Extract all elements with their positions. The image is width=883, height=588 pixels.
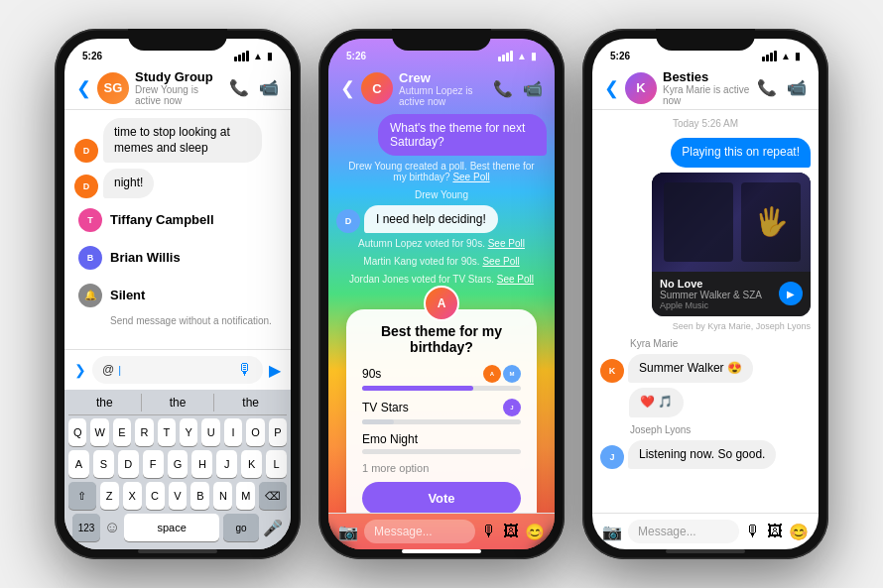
mic-icon-1[interactable]: 🎙	[237, 361, 253, 379]
today-label: Today 5:26 AM	[600, 118, 811, 129]
header-subtitle-3: Kyra Marie is active now	[663, 84, 751, 106]
suggestion-2[interactable]: the	[142, 394, 215, 412]
music-card[interactable]: 🖐 No Love Summer Walker & SZA Apple Musi…	[652, 173, 811, 316]
key-p[interactable]: P	[269, 418, 287, 446]
key-k[interactable]: K	[241, 450, 262, 478]
message-input-3[interactable]: Message...	[628, 520, 739, 543]
besties-msg-kyra-2: ❤️ 🎵	[629, 388, 811, 417]
bar3-2	[766, 55, 769, 61]
back-button-3[interactable]: ❮	[604, 77, 619, 99]
key-f[interactable]: F	[143, 450, 164, 478]
message-input-2[interactable]: Message...	[364, 520, 475, 543]
image-icon-3[interactable]: 🖼	[767, 523, 783, 540]
music-info-bar: No Love Summer Walker & SZA Apple Music …	[652, 272, 811, 316]
poll-option-tvstars-label: TV Stars	[362, 401, 409, 414]
video-call-icon-2[interactable]: 📹	[523, 79, 543, 98]
sticker-icon-2[interactable]: 😊	[525, 523, 545, 541]
bubble-kyra-2: ❤️ 🎵	[629, 388, 684, 417]
crew-messages: What's the theme for next Saturday? Drew…	[328, 110, 555, 513]
message-input-1[interactable]: @ | 🎙	[92, 356, 263, 384]
key-o[interactable]: O	[246, 418, 264, 446]
key-u[interactable]: U	[201, 418, 219, 446]
key-123[interactable]: 123	[72, 514, 100, 541]
phone-crew: 5:26 ▲ ▮ ❮ C	[318, 29, 565, 559]
expand-icon-1[interactable]: ❯	[74, 362, 86, 378]
status-time-3: 5:26	[610, 51, 630, 61]
besties-msg-joseph: J Listening now. So good.	[600, 440, 811, 470]
see-poll-link-4[interactable]: See Poll	[497, 274, 534, 285]
avatar-joseph: J	[600, 445, 624, 469]
key-x[interactable]: X	[123, 482, 142, 510]
key-go[interactable]: go	[223, 514, 259, 541]
emoji-icon-1[interactable]: ☺	[104, 519, 120, 536]
key-v[interactable]: V	[169, 482, 188, 510]
key-e[interactable]: E	[113, 418, 131, 446]
key-g[interactable]: G	[168, 450, 189, 478]
key-b[interactable]: B	[190, 482, 209, 510]
key-l[interactable]: L	[266, 450, 287, 478]
see-poll-link-1[interactable]: See Poll	[452, 172, 489, 182]
suggestion-3[interactable]: the	[214, 394, 287, 412]
header-icons-2: 📞 📹	[493, 79, 543, 98]
key-s[interactable]: S	[93, 450, 114, 478]
name-brian: Brian Willis	[110, 250, 181, 265]
mic-icon-2[interactable]: 🎙	[481, 523, 497, 540]
back-button-1[interactable]: ❮	[76, 77, 91, 99]
vote-button[interactable]: Vote	[362, 482, 521, 513]
key-i[interactable]: I	[224, 418, 242, 446]
key-z[interactable]: Z	[100, 482, 119, 510]
poll-wrapper: A Best theme for my birthday? 90s A M	[336, 303, 547, 513]
key-space[interactable]: space	[124, 514, 219, 541]
crew-msg-drew: D I need help deciding!	[336, 205, 547, 233]
key-h[interactable]: H	[191, 450, 212, 478]
key-shift[interactable]: ⇧	[68, 482, 96, 510]
music-image: 🖐	[652, 173, 811, 272]
avatar-silent: 🔔	[78, 284, 102, 307]
bar3-1	[762, 57, 765, 61]
camera-icon-3[interactable]: 📷	[602, 523, 622, 541]
key-a[interactable]: A	[68, 450, 89, 478]
group-avatar-2: C	[361, 72, 393, 104]
status-time-1: 5:26	[82, 51, 102, 61]
keyboard-1[interactable]: the the the Q W E R T Y U I O P A	[64, 390, 291, 549]
see-poll-link-3[interactable]: See Poll	[482, 256, 519, 267]
chat-header-3: ❮ K Besties Kyra Marie is active now 📞 📹	[592, 66, 819, 110]
wifi-icon-3: ▲	[781, 51, 791, 61]
bar4	[246, 51, 249, 61]
key-c[interactable]: C	[146, 482, 165, 510]
image-icon-2[interactable]: 🖼	[503, 523, 519, 540]
key-t[interactable]: T	[158, 418, 176, 446]
key-r[interactable]: R	[135, 418, 153, 446]
key-d[interactable]: D	[118, 450, 139, 478]
mic-icon-3[interactable]: 🎙	[745, 523, 761, 540]
key-j[interactable]: J	[216, 450, 237, 478]
mic-kb-icon[interactable]: 🎤	[263, 519, 283, 537]
key-m[interactable]: M	[236, 482, 255, 510]
camera-icon-2[interactable]: 📷	[338, 523, 358, 541]
header-text-2: Crew Autumn Lopez is active now	[399, 70, 487, 107]
home-indicator-2	[402, 549, 481, 553]
key-q[interactable]: Q	[68, 418, 86, 446]
voice-call-icon-3[interactable]: 📞	[757, 78, 777, 97]
send-icon-1[interactable]: ▶	[269, 361, 281, 380]
suggestion-1[interactable]: the	[68, 394, 142, 412]
key-backspace[interactable]: ⌫	[259, 482, 287, 510]
key-n[interactable]: N	[213, 482, 232, 510]
bubble-joseph: Listening now. So good.	[628, 440, 776, 470]
system-name-1: Drew Young	[336, 187, 547, 202]
voice-call-icon-2[interactable]: 📞	[493, 79, 513, 98]
play-button[interactable]: ▶	[779, 282, 803, 305]
voice-call-icon-1[interactable]: 📞	[229, 78, 249, 97]
bar2-3	[506, 53, 509, 61]
avatar-kyra: K	[600, 359, 624, 383]
phone-study-group: 5:26 ▲ ▮ ❮ SG Study Group	[55, 29, 301, 559]
video-call-icon-1[interactable]: 📹	[259, 78, 279, 97]
poll-option-90s: 90s A M	[362, 365, 521, 391]
see-poll-link-2[interactable]: See Poll	[488, 238, 525, 249]
sticker-icon-3[interactable]: 😊	[789, 523, 809, 541]
back-button-2[interactable]: ❮	[340, 77, 355, 99]
video-call-icon-3[interactable]: 📹	[787, 78, 807, 97]
key-y[interactable]: Y	[180, 418, 197, 446]
key-w[interactable]: W	[90, 418, 108, 446]
input-area-2: 📷 Message... 🎙 🖼 😊	[328, 513, 555, 549]
